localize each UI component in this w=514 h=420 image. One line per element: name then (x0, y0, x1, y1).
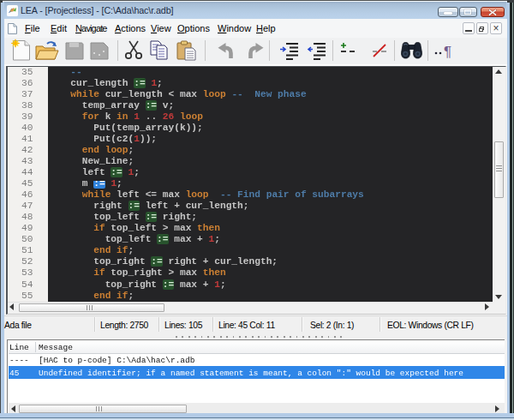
svg-text:¶: ¶ (444, 44, 451, 60)
